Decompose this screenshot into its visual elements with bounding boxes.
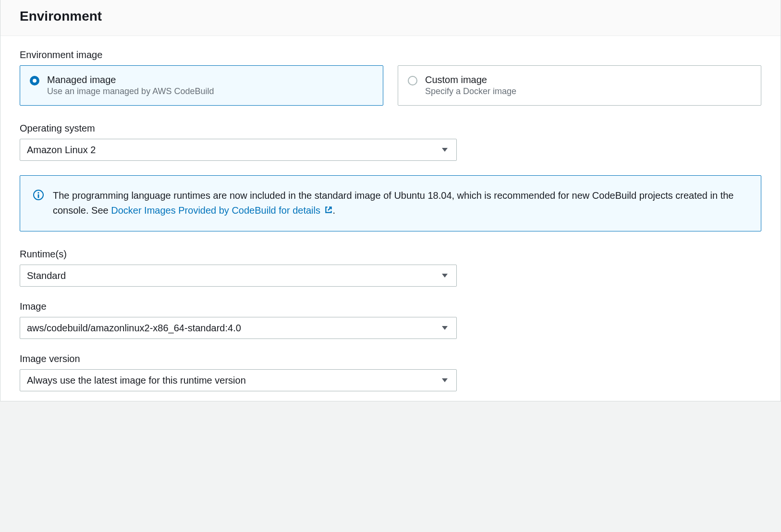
image-select[interactable]: aws/codebuild/amazonlinux2-x86_64-standa… <box>20 317 457 339</box>
info-alert: The programming language runtimes are no… <box>20 175 761 231</box>
managed-image-content: Managed image Use an image managed by AW… <box>47 74 214 97</box>
image-value: aws/codebuild/amazonlinux2-x86_64-standa… <box>27 323 241 334</box>
svg-point-2 <box>37 192 39 193</box>
custom-image-desc: Specify a Docker image <box>425 86 516 97</box>
operating-system-label: Operating system <box>20 123 761 134</box>
panel-header: Environment <box>0 0 781 36</box>
runtime-select[interactable]: Standard <box>20 265 457 287</box>
environment-panel: Environment Environment image Managed im… <box>0 0 781 401</box>
panel-title: Environment <box>20 9 761 24</box>
panel-body: Environment image Managed image Use an i… <box>0 36 781 401</box>
operating-system-select-wrap: Amazon Linux 2 <box>20 139 457 161</box>
image-label: Image <box>20 301 761 312</box>
runtime-label: Runtime(s) <box>20 249 761 260</box>
environment-image-label: Environment image <box>20 49 761 60</box>
runtime-select-wrap: Standard <box>20 265 457 287</box>
custom-image-title: Custom image <box>425 74 516 85</box>
info-text-after: . <box>333 205 336 216</box>
image-select-wrap: aws/codebuild/amazonlinux2-x86_64-standa… <box>20 317 457 339</box>
operating-system-group: Operating system Amazon Linux 2 <box>20 123 761 161</box>
external-link-icon <box>324 204 333 218</box>
environment-image-options: Managed image Use an image managed by AW… <box>20 65 761 106</box>
managed-image-radio[interactable]: Managed image Use an image managed by AW… <box>20 65 383 106</box>
operating-system-select[interactable]: Amazon Linux 2 <box>20 139 457 161</box>
runtime-group: Runtime(s) Standard <box>20 249 761 287</box>
image-version-group: Image version Always use the latest imag… <box>20 353 761 391</box>
svg-rect-3 <box>38 194 39 198</box>
environment-image-group: Environment image Managed image Use an i… <box>20 49 761 106</box>
info-text: The programming language runtimes are no… <box>53 188 746 218</box>
image-version-label: Image version <box>20 353 761 364</box>
info-link[interactable]: Docker Images Provided by CodeBuild for … <box>111 205 332 216</box>
image-version-select-wrap: Always use the latest image for this run… <box>20 369 457 391</box>
info-link-text: Docker Images Provided by CodeBuild for … <box>111 205 323 216</box>
managed-image-title: Managed image <box>47 74 214 85</box>
operating-system-value: Amazon Linux 2 <box>27 145 96 156</box>
image-version-value: Always use the latest image for this run… <box>27 375 246 386</box>
image-version-select[interactable]: Always use the latest image for this run… <box>20 369 457 391</box>
runtime-value: Standard <box>27 270 66 281</box>
info-icon <box>33 189 44 201</box>
managed-image-desc: Use an image managed by AWS CodeBuild <box>47 86 214 97</box>
radio-selected-icon <box>30 76 39 85</box>
custom-image-radio[interactable]: Custom image Specify a Docker image <box>398 65 761 106</box>
custom-image-content: Custom image Specify a Docker image <box>425 74 516 97</box>
image-group: Image aws/codebuild/amazonlinux2-x86_64-… <box>20 301 761 339</box>
radio-unselected-icon <box>408 76 417 85</box>
